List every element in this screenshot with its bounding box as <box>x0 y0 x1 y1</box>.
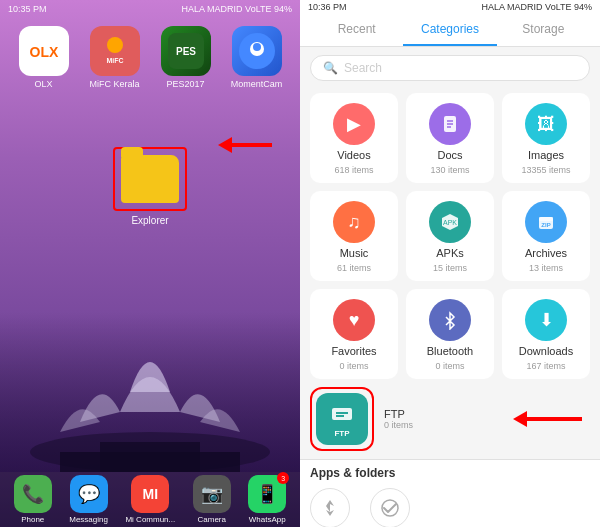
cat-downloads-name: Downloads <box>519 345 573 357</box>
search-bar[interactable]: 🔍 Search <box>310 55 590 81</box>
cat-videos[interactable]: ▶ Videos 618 items <box>310 93 398 183</box>
dock-msg-label: Messaging <box>69 515 108 524</box>
tabs-bar: Recent Categories Storage <box>300 14 600 47</box>
midrop-icon <box>310 488 350 527</box>
svg-text:OLX: OLX <box>29 44 58 60</box>
svg-text:APK: APK <box>443 219 457 226</box>
ftp-arrow-head <box>513 411 527 427</box>
cat-images-name: Images <box>528 149 564 161</box>
cat-bluetooth-name: Bluetooth <box>427 345 473 357</box>
dock-mi-label: Mi Commun... <box>125 515 175 524</box>
pes-icon: PES <box>161 26 211 76</box>
categories-grid: ▶ Videos 618 items Docs 130 items 🖼 Imag… <box>300 85 600 387</box>
dock-messaging[interactable]: 💬 Messaging <box>69 475 108 524</box>
cat-archives[interactable]: ZIP Archives 13 items <box>502 191 590 281</box>
bottom-dock: 📞 Phone 💬 Messaging MI Mi Commun... 📷 Ca… <box>0 472 300 527</box>
cat-videos-name: Videos <box>337 149 370 161</box>
cat-downloads[interactable]: ⬇ Downloads 167 items <box>502 289 590 379</box>
music-icon: ♫ <box>333 201 375 243</box>
tab-recent[interactable]: Recent <box>310 14 403 46</box>
cat-favorites-count: 0 items <box>339 361 368 371</box>
cleanup-icon <box>370 488 410 527</box>
svg-rect-11 <box>60 452 240 472</box>
cat-favorites[interactable]: ♥ Favorites 0 items <box>310 289 398 379</box>
apks-icon: APK <box>429 201 471 243</box>
cat-bluetooth[interactable]: Bluetooth 0 items <box>406 289 494 379</box>
svg-text:PES: PES <box>175 46 195 57</box>
momentcam-label: MomentCam <box>231 79 283 89</box>
app-olx[interactable]: OLX OLX <box>10 26 77 89</box>
left-time: 10:35 PM <box>8 4 47 14</box>
left-status-bar: 10:35 PM HALA MADRID VoLTE 94% <box>0 0 300 18</box>
svg-text:MiFC: MiFC <box>106 57 123 64</box>
archives-icon: ZIP <box>525 201 567 243</box>
camera-icon: 📷 <box>193 475 231 513</box>
whatsapp-badge: 3 <box>277 472 289 484</box>
olx-label: OLX <box>34 79 52 89</box>
app-momentcam[interactable]: MomentCam <box>223 26 290 89</box>
whatsapp-icon: 📱 3 <box>248 475 286 513</box>
right-panel: 10:36 PM HALA MADRID VoLTE 94% Recent Ca… <box>300 0 600 527</box>
apps-folders-section: Apps & folders Mi Drop Clean up <box>300 459 600 527</box>
svg-rect-21 <box>336 412 348 414</box>
explorer-section[interactable]: Explorer <box>110 147 190 226</box>
dock-whatsapp[interactable]: 📱 3 WhatsApp <box>248 475 286 524</box>
dock-whatsapp-label: WhatsApp <box>249 515 286 524</box>
cat-archives-name: Archives <box>525 247 567 259</box>
left-status-right: HALA MADRID VoLTE 94% <box>182 4 292 14</box>
messaging-icon: 💬 <box>70 475 108 513</box>
tab-storage[interactable]: Storage <box>497 14 590 46</box>
docs-icon <box>429 103 471 145</box>
cat-docs-count: 130 items <box>430 165 469 175</box>
ftp-info: FTP 0 items <box>382 408 413 430</box>
explorer-box <box>113 147 187 211</box>
mifc-icon: MiFC <box>90 26 140 76</box>
svg-rect-22 <box>336 415 344 417</box>
ftp-label: FTP <box>384 408 413 420</box>
svg-text:ZIP: ZIP <box>541 222 550 228</box>
folder-icon <box>121 155 179 203</box>
cat-images-count: 13355 items <box>521 165 570 175</box>
tab-categories[interactable]: Categories <box>403 14 496 46</box>
mifc-label: MiFC Kerala <box>89 79 139 89</box>
cat-music-name: Music <box>340 247 369 259</box>
right-status-bar: 10:36 PM HALA MADRID VoLTE 94% <box>300 0 600 14</box>
cat-bluetooth-count: 0 items <box>435 361 464 371</box>
ftp-icon[interactable]: FTP <box>316 393 368 445</box>
dock-phone[interactable]: 📞 Phone <box>14 475 52 524</box>
cat-apks[interactable]: APK APKs 15 items <box>406 191 494 281</box>
right-status-right: HALA MADRID VoLTE 94% <box>482 2 592 12</box>
phone-icon: 📞 <box>14 475 52 513</box>
right-time: 10:36 PM <box>308 2 347 12</box>
pes-label: PES2017 <box>166 79 204 89</box>
svg-point-2 <box>107 37 123 53</box>
videos-icon: ▶ <box>333 103 375 145</box>
cat-apks-count: 15 items <box>433 263 467 273</box>
cat-music[interactable]: ♫ Music 61 items <box>310 191 398 281</box>
explorer-label: Explorer <box>131 215 168 226</box>
ftp-arrow-line <box>527 417 582 421</box>
cat-favorites-name: Favorites <box>331 345 376 357</box>
apps-folders-icons: Mi Drop Clean up <box>310 488 590 527</box>
dock-camera-label: Camera <box>198 515 226 524</box>
dock-mi[interactable]: MI Mi Commun... <box>125 475 175 524</box>
af-midrop[interactable]: Mi Drop <box>310 488 350 527</box>
olx-icon: OLX <box>19 26 69 76</box>
bluetooth-icon <box>429 299 471 341</box>
ftp-section: FTP FTP 0 items <box>300 387 600 459</box>
dock-phone-label: Phone <box>21 515 44 524</box>
app-mifc[interactable]: MiFC MiFC Kerala <box>81 26 148 89</box>
app-pes[interactable]: PES PES2017 <box>152 26 219 89</box>
svg-rect-18 <box>539 217 553 221</box>
dock-camera[interactable]: 📷 Camera <box>193 475 231 524</box>
af-cleanup[interactable]: Clean up <box>370 488 410 527</box>
favorites-icon: ♥ <box>333 299 375 341</box>
cat-downloads-count: 167 items <box>526 361 565 371</box>
cat-docs[interactable]: Docs 130 items <box>406 93 494 183</box>
ftp-box: FTP <box>310 387 374 451</box>
cat-images[interactable]: 🖼 Images 13355 items <box>502 93 590 183</box>
ftp-arrow <box>513 411 582 427</box>
images-icon: 🖼 <box>525 103 567 145</box>
arrow-head-left <box>218 137 232 153</box>
cat-videos-count: 618 items <box>334 165 373 175</box>
